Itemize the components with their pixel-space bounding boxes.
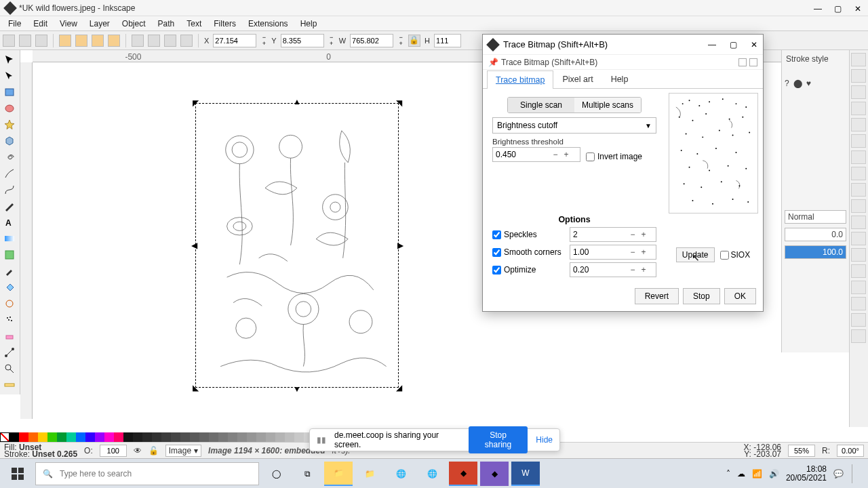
menu-path[interactable]: Path: [153, 18, 180, 30]
snap-path-icon[interactable]: [851, 167, 866, 180]
taskbar-search[interactable]: 🔍 Type here to search: [35, 462, 259, 485]
single-scan-button[interactable]: Single scan: [508, 98, 574, 113]
selector-tool[interactable]: [1, 53, 18, 66]
swatch[interactable]: [76, 432, 85, 442]
swatch[interactable]: [95, 432, 104, 442]
y-stepper[interactable]: −+: [328, 35, 335, 47]
deselect-icon[interactable]: [35, 35, 47, 47]
cortana-icon[interactable]: ◯: [262, 462, 290, 486]
pause-icon[interactable]: ▮▮: [317, 435, 326, 445]
flip-h-icon[interactable]: [92, 35, 104, 47]
menu-layer[interactable]: Layer: [84, 18, 115, 30]
raise-icon[interactable]: [148, 35, 160, 47]
select-layer-icon[interactable]: [19, 35, 31, 47]
multiple-scans-button[interactable]: Multiple scans: [574, 98, 641, 113]
menu-text[interactable]: Text: [181, 18, 207, 30]
swatch[interactable]: [9, 432, 19, 442]
lower-bottom-icon[interactable]: [180, 35, 193, 47]
swatch[interactable]: [237, 432, 247, 442]
text-tool[interactable]: A: [1, 216, 18, 229]
trace-mode-dropdown[interactable]: Brightness cutoff ▼: [492, 117, 656, 134]
node-tool[interactable]: [1, 69, 18, 83]
snap-toggle-icon[interactable]: [851, 53, 866, 66]
wifi-icon[interactable]: 📶: [752, 469, 762, 479]
gradient-tool[interactable]: [1, 232, 18, 245]
speckles-input[interactable]: [570, 230, 627, 239]
tweak-tool[interactable]: [1, 297, 18, 310]
lock-aspect-icon[interactable]: 🔒: [408, 35, 420, 47]
invert-image-checkbox[interactable]: Invert image: [586, 152, 642, 161]
pencil-tool[interactable]: [1, 167, 18, 180]
swatch[interactable]: [209, 432, 218, 442]
snap-bbox-icon[interactable]: [851, 69, 866, 83]
snap-grid-icon[interactable]: [851, 134, 866, 148]
menu-view[interactable]: View: [54, 18, 83, 30]
notifications-icon[interactable]: 💬: [833, 469, 844, 479]
snap-page-icon[interactable]: [851, 118, 866, 131]
tray-chevron-icon[interactable]: ˄: [726, 469, 730, 479]
menu-filters[interactable]: Filters: [208, 18, 241, 30]
eye-icon[interactable]: 👁: [134, 446, 142, 455]
ellipse-tool[interactable]: [1, 102, 18, 115]
siox-checkbox[interactable]: SIOX: [720, 250, 751, 260]
rotation-input[interactable]: [837, 445, 864, 457]
swatch[interactable]: [57, 432, 66, 442]
eraser-tool[interactable]: [1, 329, 18, 343]
swatch[interactable]: [104, 432, 114, 442]
taskbar-app-chrome[interactable]: 🌐: [387, 462, 415, 486]
stroke-style-tab[interactable]: Stroke style: [785, 53, 846, 65]
coord-w-input[interactable]: [350, 34, 393, 47]
pin-icon[interactable]: 📌: [488, 58, 498, 67]
volume-icon[interactable]: 🔊: [769, 469, 779, 479]
snap-intersect-icon[interactable]: [851, 183, 866, 197]
swatch[interactable]: [66, 432, 76, 442]
swatch[interactable]: [285, 432, 294, 442]
swatch[interactable]: [180, 432, 190, 442]
dialog-maximize-button[interactable]: ▢: [730, 40, 737, 49]
swatch[interactable]: [171, 432, 180, 442]
swatch[interactable]: [142, 432, 152, 442]
tab-pixel-art[interactable]: Pixel art: [553, 70, 601, 88]
blur-value[interactable]: 0.0: [785, 228, 846, 241]
update-button[interactable]: Update: [676, 247, 715, 262]
stop-button[interactable]: Stop: [683, 288, 720, 304]
spray-tool[interactable]: [1, 313, 18, 327]
snap-nodes-icon[interactable]: [851, 85, 866, 99]
snap-rotation-icon[interactable]: [851, 216, 866, 229]
task-view-icon[interactable]: ⧉: [293, 462, 321, 486]
coord-h-input[interactable]: [434, 34, 461, 47]
menu-extensions[interactable]: Extensions: [243, 18, 294, 30]
help-icon[interactable]: ?: [785, 79, 789, 88]
menu-edit[interactable]: Edit: [28, 18, 53, 30]
optimize-input[interactable]: [570, 265, 627, 274]
swatch[interactable]: [123, 432, 133, 442]
swatch[interactable]: [38, 432, 47, 442]
taskbar-clock[interactable]: 18:08 20/05/2021: [786, 465, 827, 483]
paint-bucket-tool[interactable]: [1, 281, 18, 294]
resize-handle-mr[interactable]: ▶: [397, 242, 403, 249]
swatch[interactable]: [190, 432, 199, 442]
swatch[interactable]: [152, 432, 161, 442]
blend-mode-dropdown[interactable]: Normal: [785, 210, 846, 224]
threshold-minus[interactable]: −: [550, 150, 561, 159]
close-panel-icon[interactable]: [749, 58, 757, 66]
coord-x-input[interactable]: [213, 34, 256, 47]
zoom-tool[interactable]: [1, 362, 18, 375]
connector-tool[interactable]: [1, 346, 18, 359]
taskbar-app-explorer[interactable]: 📁: [355, 462, 384, 486]
menu-object[interactable]: Object: [117, 18, 151, 30]
show-desktop-button[interactable]: [852, 464, 865, 483]
optimize-checkbox[interactable]: Optimize: [492, 265, 566, 274]
stop-sharing-button[interactable]: Stop sharing: [469, 426, 528, 453]
zoom-input[interactable]: [788, 445, 815, 457]
swatch[interactable]: [294, 432, 304, 442]
snap-guide-icon[interactable]: [851, 150, 866, 164]
swatch[interactable]: [161, 432, 171, 442]
taskbar-app-edge[interactable]: 🌐: [418, 462, 446, 486]
dialog-minimize-button[interactable]: —: [708, 40, 716, 49]
measure-tool[interactable]: [1, 378, 18, 392]
rect-tool[interactable]: [1, 85, 18, 99]
swatch[interactable]: [28, 432, 38, 442]
snap-object-icon[interactable]: [851, 264, 866, 278]
snap-smooth-icon[interactable]: [851, 313, 866, 327]
